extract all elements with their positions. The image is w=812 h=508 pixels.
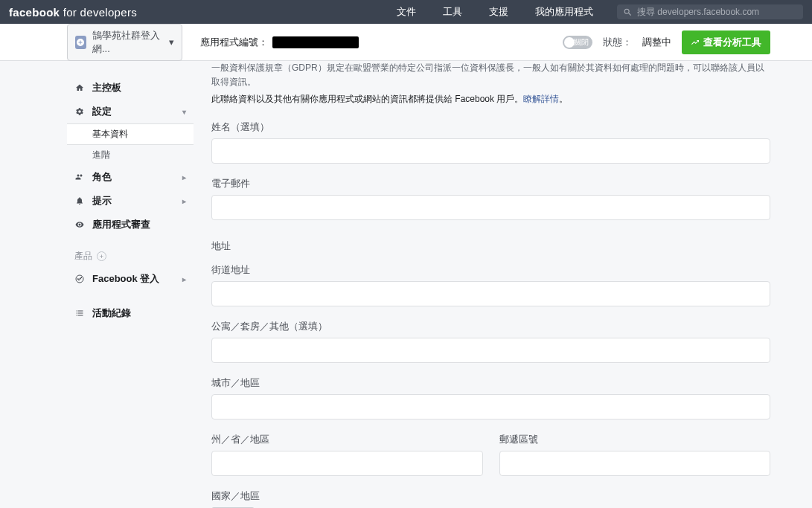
chevron-right-icon: ▸	[182, 275, 186, 283]
analytics-icon	[691, 38, 700, 47]
brand-rest: for developers	[60, 6, 137, 19]
app-id-value-redacted	[272, 36, 359, 48]
sidebar-sub-advanced[interactable]: 進階	[67, 145, 194, 165]
brand: facebook for developers	[9, 6, 137, 19]
name-label: 姓名（選填）	[211, 120, 770, 134]
toggle-knob	[564, 37, 575, 48]
analytics-button[interactable]: 查看分析工具	[682, 30, 770, 54]
bell-icon	[74, 196, 85, 205]
apt-label: 公寓／套房／其他（選填）	[211, 320, 770, 333]
search-input[interactable]	[637, 7, 797, 17]
sidebar-products-label: 產品 +	[67, 237, 194, 267]
address-section-title: 地址	[211, 239, 770, 253]
chevron-right-icon: ▸	[182, 173, 186, 181]
city-input[interactable]	[211, 394, 770, 419]
state-input[interactable]	[211, 451, 483, 476]
sidebar: 主控板 設定 ▾ 基本資料 進階 角色 ▸ 提示 ▸ 應用程式審查 產品 +	[67, 61, 194, 508]
name-input[interactable]	[211, 138, 770, 164]
gdpr-text-a: 此聯絡資料以及其他有關你應用程式或網站的資訊都將提供給 Facebook 用戶。	[211, 94, 523, 104]
nav-docs[interactable]: 文件	[383, 0, 429, 24]
gdpr-description-1: 一般資料保護規章（GDPR）規定在歐盟營業的特定公司指派一位資料保護長，一般人如…	[211, 61, 770, 89]
sidebar-item-label: 提示	[92, 194, 112, 208]
sidebar-item-fb-login[interactable]: Facebook 登入 ▸	[67, 267, 194, 291]
apt-input[interactable]	[211, 338, 770, 363]
sidebar-item-label: 主控板	[92, 81, 121, 94]
sidebar-item-roles[interactable]: 角色 ▸	[67, 165, 194, 189]
sidebar-item-label: 設定	[92, 105, 112, 118]
nav-myapps[interactable]: 我的應用程式	[522, 0, 607, 24]
sidebar-item-activity[interactable]: 活動紀錄	[67, 301, 194, 325]
check-circle-icon	[74, 274, 85, 283]
gdpr-text-b: 。	[559, 94, 568, 104]
state-zip-row: 州／省／地區 郵遞區號	[211, 433, 770, 489]
roles-icon	[74, 173, 85, 181]
sidebar-item-dashboard[interactable]: 主控板	[67, 76, 194, 100]
sidebar-item-label: 活動紀錄	[92, 306, 131, 320]
sidebar-item-label: Facebook 登入	[92, 272, 159, 286]
status-label: 狀態：	[603, 36, 632, 49]
zip-input[interactable]	[499, 451, 771, 476]
gdpr-description-2: 此聯絡資料以及其他有關你應用程式或網站的資訊都將提供給 Facebook 用戶。…	[211, 92, 770, 106]
email-input[interactable]	[211, 195, 770, 220]
nav-tools[interactable]: 工具	[429, 0, 476, 24]
sidebar-item-review[interactable]: 應用程式審查	[67, 213, 194, 237]
brand-bold: facebook	[9, 6, 60, 19]
toggle-label: 關閉	[574, 37, 589, 48]
app-selector[interactable]: 鵠學苑社群登入網... ▾	[67, 24, 182, 61]
main-content: 一般資料保護規章（GDPR）規定在歐盟營業的特定公司指派一位資料保護長，一般人如…	[194, 61, 812, 508]
eye-icon	[74, 220, 85, 229]
zip-label: 郵遞區號	[499, 433, 771, 446]
sidebar-item-alerts[interactable]: 提示 ▸	[67, 189, 194, 213]
chevron-right-icon: ▸	[182, 197, 186, 205]
layout: 主控板 設定 ▾ 基本資料 進階 角色 ▸ 提示 ▸ 應用程式審查 產品 +	[0, 61, 812, 508]
app-status-toggle[interactable]: 關閉	[563, 36, 592, 49]
topnav: 文件 工具 支援 我的應用程式	[383, 0, 803, 24]
app-name: 鵠學苑社群登入網...	[92, 29, 163, 56]
app-icon	[75, 36, 86, 49]
home-icon	[74, 83, 85, 92]
search-box[interactable]	[617, 4, 803, 19]
country-label: 國家／地區	[211, 489, 770, 503]
plus-circle-icon[interactable]: +	[97, 251, 106, 261]
list-icon	[74, 309, 85, 318]
analytics-button-label: 查看分析工具	[703, 36, 761, 49]
chevron-down-icon: ▾	[182, 108, 186, 116]
search-icon	[623, 7, 633, 17]
street-input[interactable]	[211, 281, 770, 306]
sidebar-item-label: 應用程式審查	[92, 218, 150, 231]
subbar-right: 關閉 狀態： 調整中 查看分析工具	[563, 30, 812, 54]
topbar: facebook for developers 文件 工具 支援 我的應用程式	[0, 0, 812, 24]
products-label-text: 產品	[74, 250, 92, 263]
learn-more-link[interactable]: 瞭解詳情	[523, 94, 559, 104]
city-label: 城市／地區	[211, 376, 770, 390]
app-id: 應用程式編號：	[200, 36, 359, 49]
gear-icon	[74, 107, 85, 116]
sidebar-item-label: 角色	[92, 170, 112, 184]
sidebar-item-settings[interactable]: 設定 ▾	[67, 100, 194, 123]
caret-down-icon: ▾	[169, 36, 174, 48]
email-label: 電子郵件	[211, 177, 770, 190]
street-label: 街道地址	[211, 263, 770, 277]
state-label: 州／省／地區	[211, 433, 483, 446]
nav-support[interactable]: 支援	[476, 0, 522, 24]
status-value: 調整中	[642, 36, 671, 49]
sidebar-sub-basic[interactable]: 基本資料	[67, 123, 194, 145]
subbar: 鵠學苑社群登入網... ▾ 應用程式編號： 關閉 狀態： 調整中 查看分析工具	[0, 24, 812, 61]
app-id-label: 應用程式編號：	[200, 36, 268, 49]
